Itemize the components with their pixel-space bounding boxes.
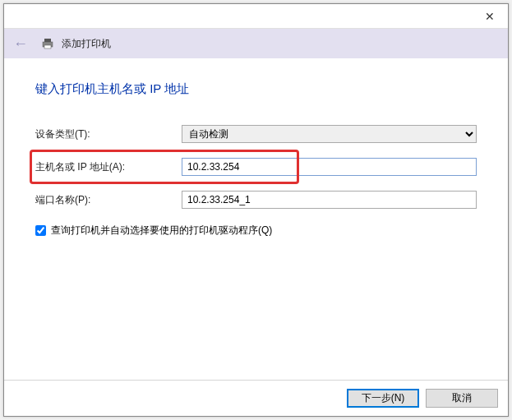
- wizard-header: ← 添加打印机: [4, 29, 508, 58]
- query-checkbox[interactable]: [35, 225, 46, 236]
- svg-rect-2: [44, 45, 51, 48]
- port-label: 端口名称(P):: [35, 193, 182, 207]
- port-row: 端口名称(P):: [35, 191, 477, 209]
- query-checkbox-label: 查询打印机并自动选择要使用的打印机驱动程序(Q): [51, 224, 272, 238]
- device-type-select[interactable]: 自动检测: [182, 125, 477, 143]
- hostname-label: 主机名或 IP 地址(A):: [35, 160, 182, 174]
- back-button[interactable]: ←: [11, 34, 30, 53]
- footer-bar: 下一步(N) 取消: [4, 380, 508, 416]
- back-arrow-icon: ←: [13, 35, 28, 53]
- hostname-input[interactable]: [182, 158, 477, 176]
- cancel-button[interactable]: 取消: [426, 389, 498, 408]
- titlebar: ✕: [4, 4, 508, 29]
- device-type-row: 设备类型(T): 自动检测: [35, 125, 477, 143]
- device-type-label: 设备类型(T):: [35, 127, 182, 141]
- close-button[interactable]: ✕: [471, 4, 508, 29]
- page-heading: 键入打印机主机名或 IP 地址: [35, 81, 477, 97]
- next-button[interactable]: 下一步(N): [347, 389, 419, 408]
- dialog-window: ✕ ← 添加打印机 键入打印机主机名或 IP 地址 设备类型(T): 自动检测: [3, 3, 509, 417]
- wizard-title: 添加打印机: [62, 37, 111, 51]
- printer-icon: [40, 36, 55, 51]
- query-checkbox-row: 查询打印机并自动选择要使用的打印机驱动程序(Q): [35, 224, 477, 238]
- close-icon: ✕: [485, 10, 495, 23]
- content-area: 键入打印机主机名或 IP 地址 设备类型(T): 自动检测 主机名或 IP 地址…: [4, 58, 508, 246]
- hostname-row: 主机名或 IP 地址(A):: [35, 158, 477, 176]
- svg-rect-0: [44, 39, 51, 42]
- port-input[interactable]: [182, 191, 477, 209]
